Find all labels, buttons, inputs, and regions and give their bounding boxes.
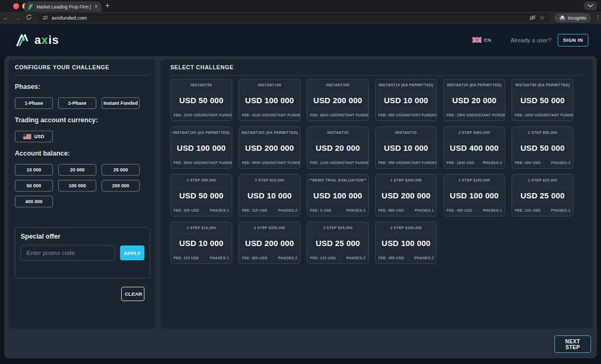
back-icon[interactable]: ← — [0, 14, 12, 22]
challenge-meta: FEE: 850 USDINSTANT FUNDED — [376, 110, 436, 121]
next-step-button[interactable]: NEXT STEP — [554, 335, 591, 353]
challenge-card[interactable]: 2 STEP $200,000USD 200 000FEE: 860 USDPH… — [239, 222, 300, 264]
site-info-icon[interactable] — [42, 15, 48, 21]
clear-button[interactable]: CLEAR — [121, 287, 144, 301]
challenge-fee: FEE: 550 USD — [378, 161, 404, 165]
browser-menu-icon[interactable]: ⋮ — [595, 14, 601, 21]
challenge-card[interactable]: INSTANT100 (EA PERMITTED)USD 100 000FEE:… — [170, 126, 232, 169]
challenge-meta: FEE: 1500 USDINSTANT FUNDED — [444, 110, 505, 121]
challenge-balance: USD 200 000 — [376, 186, 436, 204]
challenge-card[interactable]: INSTANT200USD 200 000FEE: 6600 USDINSTAN… — [307, 79, 369, 121]
balance-button-100000[interactable]: 100 000 — [58, 180, 96, 192]
challenge-name: 2 STEP $100,000 — [376, 222, 436, 233]
challenge-card[interactable]: 1 STEP $10,000USD 10 000FEE: 115 USDPHAS… — [170, 222, 232, 264]
challenge-card[interactable]: INSTANT200 (EA PERMITTED)USD 200 000FEE:… — [239, 126, 300, 169]
challenge-name: INSTANT10 (EA PERMITTED) — [376, 79, 436, 90]
challenge-balance: USD 25 000 — [307, 234, 368, 252]
challenge-fee: FEE: 495 USD — [378, 256, 404, 260]
balance-button-25000[interactable]: 25 000 — [102, 164, 140, 176]
challenge-grid: INSTANT50USD 50 000FEE: 2200 USDINSTANT … — [170, 79, 582, 264]
reload-icon[interactable] — [23, 14, 35, 22]
challenge-type: PHASES:1 — [210, 256, 229, 260]
challenge-card[interactable]: INSTANT20USD 20 000FEE: 1100 USDINSTANT … — [307, 126, 369, 169]
site-favicon-icon — [28, 4, 34, 10]
challenge-balance: USD 10 000 — [171, 234, 232, 252]
challenge-meta: FEE: 115 USDPHASES:1 — [171, 252, 232, 263]
url-text[interactable]: axisfunded.com — [52, 15, 525, 21]
challenge-meta: FEE: 300 USDPHASES:2 — [512, 157, 573, 168]
axis-logo-mark-icon — [15, 33, 31, 47]
balance-button-20000[interactable]: 20 000 — [58, 164, 96, 176]
challenge-card[interactable]: INSTANT20 (EA PERMITTED)USD 20 000FEE: 1… — [443, 79, 505, 121]
balance-button-50000[interactable]: 50 000 — [15, 180, 53, 192]
challenge-card[interactable]: 2 STEP $100,000USD 100 000FEE: 495 USDPH… — [375, 222, 437, 264]
challenge-fee: FEE: 1100 USD — [310, 161, 338, 165]
tab-close-icon[interactable]: ✕ — [94, 4, 98, 9]
challenge-fee: FEE: 2200 USD — [174, 113, 202, 117]
axis-logo[interactable]: axis — [15, 33, 59, 47]
challenge-card[interactable]: 1 STEP $25,000USD 25 000FEE: 210 USDPHAS… — [512, 174, 573, 216]
challenge-balance: USD 100 000 — [376, 234, 436, 252]
apply-button[interactable]: APPLY — [120, 245, 144, 260]
challenge-card[interactable]: 1 STEP $200,000USD 200 000FEE: 860 USDPH… — [375, 174, 437, 216]
challenge-card[interactable]: 2 STEP $10,000USD 10 000FEE: 115 USDPHAS… — [239, 174, 300, 216]
challenge-fee: FEE: 850 USD — [378, 113, 404, 117]
challenge-meta: FEE: 495 USDPHASES:1 — [444, 205, 505, 216]
challenge-name: 1 STEP $100,000 — [444, 175, 505, 186]
challenge-fee: FEE: 860 USD — [378, 208, 404, 212]
balance-button-400000[interactable]: 400 000 — [15, 196, 53, 207]
select-challenge-title: SELECT CHALLENGE — [170, 64, 582, 76]
challenge-card[interactable]: INSTANT10USD 10 000FEE: 550 USDINSTANT F… — [375, 126, 437, 169]
challenge-name: INSTANT50 — [171, 79, 232, 90]
challenge-type: INSTANT FUNDED — [202, 113, 232, 117]
browser-tab[interactable]: Market Leading Prop Firm | Fu ✕ — [24, 2, 102, 12]
challenge-card[interactable]: INSTANT50USD 50 000FEE: 2200 USDINSTANT … — [170, 79, 232, 121]
challenge-name: 1 STEP $25,000 — [512, 175, 573, 186]
phase-button-2-phase[interactable]: 2-Phase — [58, 97, 96, 109]
language-selector[interactable]: EN — [472, 37, 491, 43]
challenge-card[interactable]: INSTANT50 (EA PERMITTED)USD 50 000FEE: 3… — [512, 79, 573, 121]
challenge-balance: USD 400 000 — [444, 139, 505, 157]
challenge-type: PHASES:1 — [482, 208, 502, 212]
challenge-balance: USD 50 000 — [171, 186, 232, 204]
mac-close-button[interactable] — [13, 3, 19, 9]
challenge-meta: FEE: 550 USDINSTANT FUNDED — [376, 157, 436, 168]
challenge-type: PHASES:2 — [346, 256, 366, 260]
challenge-card[interactable]: 1 STEP $100,000USD 100 000FEE: 495 USDPH… — [443, 174, 505, 216]
phase-button-1-phase[interactable]: 1-Phase — [15, 97, 53, 109]
challenge-meta: FEE: 210 USDPHASES:2 — [307, 252, 368, 263]
currency-usd-button[interactable]: USD — [15, 131, 53, 142]
challenge-name: 2 STEP $400,000 — [444, 127, 505, 138]
challenge-card[interactable]: 2 STEP $400,000USD 400 000FEE: 1840 USDP… — [443, 126, 505, 169]
phase-button-instant-funded[interactable]: Instant Funded — [102, 97, 140, 109]
forward-icon[interactable]: → — [12, 14, 23, 22]
challenge-meta: FEE: 0 USDPHASES:2 — [307, 205, 368, 216]
url-bar[interactable]: axisfunded.com ☆ — [37, 13, 550, 22]
eye-off-icon[interactable] — [529, 15, 536, 21]
challenge-card[interactable]: 2 STEP $25,000USD 25 000FEE: 210 USDPHAS… — [307, 222, 369, 264]
bookmark-star-icon[interactable]: ☆ — [540, 14, 545, 21]
challenge-card[interactable]: INSTANT100USD 100 000FEE: 4120 USDINSTAN… — [239, 79, 300, 121]
configure-sidebar: CONFIGURE YOUR CHALLENGE Phases: 1-Phase… — [8, 59, 155, 329]
balance-button-10000[interactable]: 10 000 — [15, 164, 53, 176]
challenge-card[interactable]: 2 STEP $50,000USD 50 000FEE: 300 USDPHAS… — [512, 126, 573, 169]
challenge-type: INSTANT FUNDED — [404, 161, 436, 165]
challenge-card[interactable]: INSTANT10 (EA PERMITTED)USD 10 000FEE: 8… — [375, 79, 437, 121]
select-challenge-panel: SELECT CHALLENGE INSTANT50USD 50 000FEE:… — [160, 59, 593, 329]
challenge-card[interactable]: 1 STEP $50,000USD 50 000FEE: 300 USDPHAS… — [170, 174, 232, 216]
challenge-meta: FEE: 6600 USDINSTANT FUNDED — [307, 110, 368, 121]
currency-label: Trading account currency: — [15, 116, 149, 124]
incognito-hat-icon — [559, 15, 566, 20]
promo-code-input[interactable] — [21, 245, 115, 261]
challenge-name: 2 STEP $10,000 — [239, 175, 300, 186]
challenge-fee: FEE: 300 USD — [515, 161, 541, 165]
challenge-name: 2 STEP $200,000 — [239, 222, 300, 233]
challenge-meta: FEE: 1840 USDPHASES:2 — [444, 157, 505, 168]
challenge-balance: USD 200 000 — [239, 234, 300, 252]
balance-button-200000[interactable]: 200 000 — [102, 180, 140, 192]
new-tab-button[interactable]: + — [105, 1, 110, 10]
tab-overflow-chevron-icon[interactable] — [584, 2, 597, 10]
challenge-type: INSTANT FUNDED — [270, 113, 300, 117]
sign-in-button[interactable]: SIGN IN — [558, 34, 588, 47]
challenge-card[interactable]: **DEMO TRIAL EVALUATION**USD 100 000FEE:… — [307, 174, 369, 216]
